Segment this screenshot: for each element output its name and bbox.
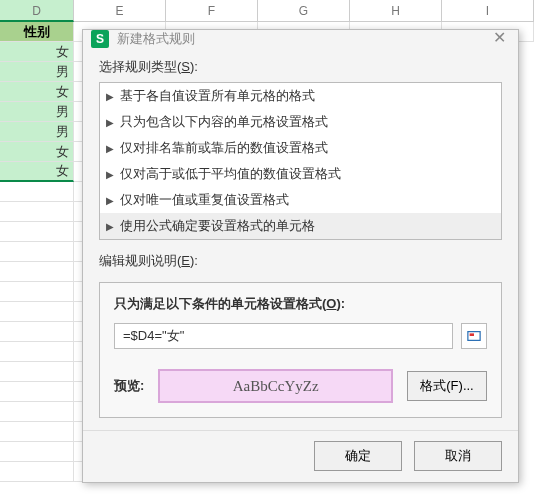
cell[interactable] (0, 282, 74, 302)
new-format-rule-dialog: S 新建格式规则 ✕ 选择规则类型(S): ▶基于各自值设置所有单元格的格式 ▶… (82, 29, 519, 483)
cell[interactable]: 女 (0, 42, 74, 62)
triangle-icon: ▶ (106, 117, 120, 128)
rule-type-item[interactable]: ▶仅对排名靠前或靠后的数值设置格式 (100, 135, 501, 161)
close-icon[interactable]: ✕ (490, 30, 508, 48)
column-headers: D E F G H I (0, 0, 538, 22)
cancel-button[interactable]: 取消 (414, 441, 502, 471)
rule-type-item[interactable]: ▶使用公式确定要设置格式的单元格 (100, 213, 501, 239)
range-selector-icon (467, 329, 481, 343)
cell[interactable] (0, 302, 74, 322)
cell[interactable] (0, 262, 74, 282)
cell[interactable]: 男 (0, 62, 74, 82)
dialog-buttons: 确定 取消 (83, 430, 518, 485)
formula-input[interactable] (114, 323, 453, 349)
triangle-icon: ▶ (106, 143, 120, 154)
cell-header[interactable]: 性别 (0, 22, 74, 42)
dialog-title: 新建格式规则 (117, 30, 490, 48)
svg-rect-1 (470, 333, 474, 336)
cell[interactable] (0, 182, 74, 202)
cell[interactable] (0, 322, 74, 342)
formula-section-title: 只为满足以下条件的单元格设置格式(O): (114, 295, 487, 313)
triangle-icon: ▶ (106, 221, 120, 232)
range-selector-button[interactable] (461, 323, 487, 349)
cell[interactable] (0, 462, 74, 482)
col-header-h[interactable]: H (350, 0, 442, 22)
cell[interactable] (0, 422, 74, 442)
col-header-i[interactable]: I (442, 0, 534, 22)
col-header-f[interactable]: F (166, 0, 258, 22)
col-header-g[interactable]: G (258, 0, 350, 22)
rule-type-item[interactable]: ▶只为包含以下内容的单元格设置格式 (100, 109, 501, 135)
rule-type-item[interactable]: ▶仅对唯一值或重复值设置格式 (100, 187, 501, 213)
rule-type-item[interactable]: ▶基于各自值设置所有单元格的格式 (100, 83, 501, 109)
triangle-icon: ▶ (106, 195, 120, 206)
preview-sample: AaBbCcYyZz (158, 369, 393, 403)
cell[interactable] (0, 442, 74, 462)
rule-description-box: 只为满足以下条件的单元格设置格式(O): 预览: AaBbCcYyZz 格式(F… (99, 282, 502, 418)
edit-rule-desc-label: 编辑规则说明(E): (99, 252, 502, 270)
select-rule-type-label: 选择规则类型(S): (99, 58, 502, 76)
cell[interactable] (0, 342, 74, 362)
triangle-icon: ▶ (106, 169, 120, 180)
cell[interactable]: 男 (0, 122, 74, 142)
rule-type-list[interactable]: ▶基于各自值设置所有单元格的格式 ▶只为包含以下内容的单元格设置格式 ▶仅对排名… (99, 82, 502, 240)
cell[interactable] (0, 402, 74, 422)
cell[interactable]: 女 (0, 82, 74, 102)
cell[interactable] (0, 202, 74, 222)
cell[interactable]: 女 (0, 142, 74, 162)
cell[interactable] (0, 382, 74, 402)
rule-type-item[interactable]: ▶仅对高于或低于平均值的数值设置格式 (100, 161, 501, 187)
ok-button[interactable]: 确定 (314, 441, 402, 471)
triangle-icon: ▶ (106, 91, 120, 102)
col-header-e[interactable]: E (74, 0, 166, 22)
titlebar[interactable]: S 新建格式规则 ✕ (83, 30, 518, 48)
cell[interactable] (0, 242, 74, 262)
cell[interactable]: 男 (0, 102, 74, 122)
cell[interactable] (0, 222, 74, 242)
format-button[interactable]: 格式(F)... (407, 371, 487, 401)
app-logo-icon: S (91, 30, 109, 48)
col-header-d[interactable]: D (0, 0, 74, 22)
cell[interactable] (0, 362, 74, 382)
preview-label: 预览: (114, 377, 144, 395)
cell[interactable]: 女 (0, 162, 74, 182)
